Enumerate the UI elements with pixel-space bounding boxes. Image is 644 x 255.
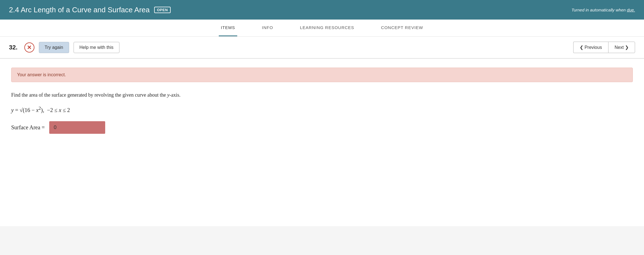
open-badge: OPEN [154,7,171,13]
tab-concept-review[interactable]: CONCEPT REVIEW [379,20,425,36]
incorrect-message: Your answer is incorrect. [17,72,66,77]
answer-input[interactable] [49,121,105,134]
header-left: 2.4 Arc Length of a Curve and Surface Ar… [9,6,171,14]
tab-learning-resources[interactable]: LEARNING RESOURCES [298,20,356,36]
auto-submit-notice: Turned in automatically when due. [572,8,635,12]
main-content: Your answer is incorrect. Find the area … [0,59,644,226]
incorrect-banner: Your answer is incorrect. [11,68,633,82]
page-title: 2.4 Arc Length of a Curve and Surface Ar… [9,6,150,14]
surface-area-label: Surface Area = [11,124,45,131]
axis-label: y [167,92,170,98]
formula-text: y = √(16 − x2), −2 ≤ x ≤ 2 [11,107,70,113]
tab-items[interactable]: ITEMS [219,20,238,36]
math-formula: y = √(16 − x2), −2 ≤ x ≤ 2 [11,106,633,114]
next-button[interactable]: Next ❯ [608,42,635,53]
help-button[interactable]: Help me with this [74,42,119,53]
problem-description: Find the area of the surface generated b… [11,91,633,99]
tab-info[interactable]: INFO [260,20,275,36]
due-link[interactable]: due. [627,8,635,12]
navigation-buttons: ❮ Previous Next ❯ [573,42,635,53]
question-toolbar: 32. ✕ Try again Help me with this ❮ Prev… [0,37,644,59]
surface-area-row: Surface Area = [11,121,633,134]
page-header: 2.4 Arc Length of a Curve and Surface Ar… [0,0,644,20]
nav-tabs: ITEMS INFO LEARNING RESOURCES CONCEPT RE… [0,20,644,37]
try-again-button[interactable]: Try again [39,42,69,53]
previous-button[interactable]: ❮ Previous [573,42,608,53]
auto-submit-text: Turned in automatically when [572,8,627,12]
question-number: 32. [9,44,18,51]
wrong-icon[interactable]: ✕ [24,42,34,53]
